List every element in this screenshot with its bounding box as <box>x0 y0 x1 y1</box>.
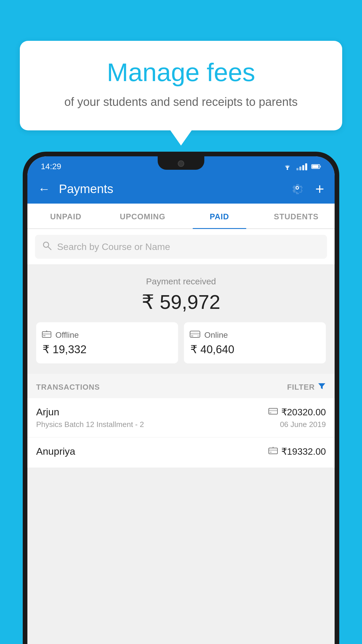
svg-point-0 <box>287 169 288 170</box>
offline-card: Offline ₹ 19,332 <box>36 322 178 363</box>
settings-icon[interactable] <box>291 181 304 197</box>
screen: 14:29 <box>27 156 335 644</box>
transaction-amount-container: ₹19332.00 <box>268 446 326 457</box>
filter-icon <box>318 382 326 392</box>
battery-icon <box>311 164 321 169</box>
svg-rect-8 <box>43 335 45 336</box>
transaction-amount: ₹20320.00 <box>281 407 326 418</box>
notch <box>158 156 204 170</box>
payment-summary: Payment received ₹ 59,972 <box>27 265 335 374</box>
payment-cards: Offline ₹ 19,332 <box>36 322 326 363</box>
transaction-item[interactable]: Anupriya ₹19332.00 <box>27 438 335 468</box>
svg-rect-18 <box>270 452 272 453</box>
wifi-icon <box>282 163 292 170</box>
online-card: Online ₹ 40,640 <box>184 322 326 363</box>
online-icon <box>190 330 200 340</box>
tab-upcoming[interactable]: UPCOMING <box>104 204 181 228</box>
transactions-header: TRANSACTIONS FILTER <box>27 374 335 398</box>
filter-container[interactable]: FILTER <box>287 382 326 392</box>
transaction-name: Arjun <box>36 406 59 418</box>
payment-total-amount: ₹ 59,972 <box>36 290 326 314</box>
search-container: Search by Course or Name <box>27 229 335 265</box>
back-button[interactable]: ← <box>38 182 50 196</box>
transaction-amount: ₹19332.00 <box>281 446 326 457</box>
svg-rect-3 <box>312 165 319 168</box>
add-button[interactable]: + <box>315 180 324 198</box>
transactions-label: TRANSACTIONS <box>36 383 100 392</box>
status-time: 14:29 <box>41 162 61 171</box>
offline-icon <box>42 330 51 340</box>
svg-rect-15 <box>269 412 271 413</box>
filter-label: FILTER <box>287 383 315 392</box>
app-header: ← Payments + <box>27 174 335 204</box>
svg-rect-7 <box>42 333 51 335</box>
transaction-detail: Physics Batch 12 Installment - 2 <box>36 420 144 429</box>
transaction-date: 06 June 2019 <box>280 420 326 429</box>
signal-icon <box>296 163 307 170</box>
camera <box>178 160 184 167</box>
speech-bubble: Manage fees of your students and send re… <box>20 41 342 130</box>
offline-amount: ₹ 19,332 <box>42 343 172 356</box>
phone-inner: 14:29 <box>27 156 335 644</box>
tab-unpaid[interactable]: UNPAID <box>27 204 104 228</box>
svg-rect-2 <box>320 166 321 167</box>
transaction-offline-icon <box>268 446 278 456</box>
svg-rect-14 <box>269 410 277 411</box>
tabs-container: UNPAID UPCOMING PAID STUDENTS <box>27 204 335 229</box>
page-title: Payments <box>59 182 282 196</box>
online-amount: ₹ 40,640 <box>190 343 320 356</box>
transaction-item[interactable]: Arjun ₹20320.00 Physics Batch 1 <box>27 398 335 438</box>
transaction-amount-container: ₹20320.00 <box>268 407 326 418</box>
svg-rect-17 <box>269 449 277 451</box>
svg-line-5 <box>48 247 51 250</box>
search-box[interactable]: Search by Course or Name <box>35 235 327 259</box>
tab-paid[interactable]: PAID <box>181 204 258 228</box>
status-icons <box>282 163 321 170</box>
tab-students[interactable]: STUDENTS <box>258 204 335 228</box>
bubble-title: Manage fees <box>43 58 319 87</box>
payment-received-label: Payment received <box>36 276 326 286</box>
transaction-name: Anupriya <box>36 446 75 457</box>
offline-label: Offline <box>55 330 79 340</box>
svg-rect-11 <box>191 335 193 337</box>
bubble-subtitle: of your students and send receipts to pa… <box>43 94 319 110</box>
phone-frame: 14:29 <box>23 152 339 644</box>
transaction-online-icon <box>268 407 278 417</box>
svg-rect-12 <box>197 335 199 337</box>
online-label: Online <box>204 330 228 340</box>
speech-bubble-wrapper: Manage fees of your students and send re… <box>20 41 342 130</box>
search-placeholder: Search by Course or Name <box>57 242 170 252</box>
svg-rect-10 <box>190 333 200 335</box>
search-icon <box>42 241 52 253</box>
